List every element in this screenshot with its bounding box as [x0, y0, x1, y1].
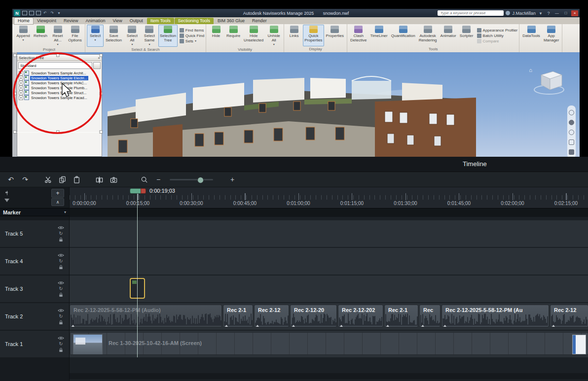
track-visibility-icon[interactable]	[58, 308, 64, 313]
ribbon-button-scripter[interactable]: Scripter	[458, 25, 475, 46]
ribbon-button-batch-utility[interactable]: Batch Utility	[477, 34, 518, 38]
zoom-tool-icon[interactable]	[139, 174, 149, 184]
ribbon-button-hide-unselected[interactable]: Hide Unselected	[242, 25, 265, 47]
marker-row[interactable]: Marker ▾	[0, 208, 69, 216]
open-icon[interactable]	[22, 10, 27, 16]
time-ruler[interactable]: 0:00:00;000:00:15;000:00:30;000:00:45;00…	[70, 187, 588, 216]
track-lane-track-2[interactable]: Rec 2-12-2025-5-58-12-PM (Audio)Rec 2-1R…	[70, 303, 588, 330]
ribbon-button-unhide-all[interactable]: Unhide All▾	[265, 25, 282, 47]
ribbon-button-animator[interactable]: Animator	[439, 25, 458, 46]
split-button[interactable]	[94, 174, 104, 184]
close-button[interactable]: ×	[571, 10, 578, 16]
ribbon-tab-item-tools[interactable]: Item Tools	[147, 18, 174, 24]
track-lock-icon[interactable]	[58, 237, 64, 242]
minimize-button[interactable]: —	[553, 10, 560, 16]
zoom-slider-thumb[interactable]	[197, 177, 204, 183]
zoom-icon[interactable]	[569, 130, 574, 135]
ribbon-button-compare[interactable]: Compare	[477, 39, 518, 43]
ribbon-button-refresh[interactable]: Refresh	[32, 25, 49, 47]
expand-icon[interactable]	[19, 76, 23, 80]
ribbon-tab-home[interactable]: Home	[14, 18, 33, 24]
maximize-button[interactable]: □	[562, 10, 569, 16]
ribbon-button-select-same[interactable]: Select Same▾	[141, 25, 158, 47]
snap-icon[interactable]	[4, 199, 9, 205]
track-visibility-icon[interactable]	[58, 253, 64, 258]
track-visibility-icon[interactable]	[58, 336, 64, 341]
playhead-handle[interactable]	[130, 188, 146, 194]
ribbon-button-clash-detective[interactable]: Clash Detective	[349, 25, 368, 46]
look-around-icon[interactable]	[569, 149, 574, 155]
undo-button[interactable]: ↶	[6, 174, 16, 184]
track-loop-icon[interactable]: ↻	[58, 231, 64, 236]
track-lock-icon[interactable]	[58, 347, 64, 352]
playhead-in-handle[interactable]	[130, 188, 141, 194]
track-lane-track-1[interactable]: Rec 1-30-2025-10-42-16-AM (Screen)	[70, 331, 588, 357]
add-track-button[interactable]: +	[51, 189, 64, 198]
ribbon-tab-review[interactable]: Review	[60, 18, 82, 24]
expand-icon[interactable]	[19, 91, 23, 95]
orbit-icon[interactable]	[569, 139, 574, 145]
screen-clip[interactable]: Rec 1-30-2025-10-42-16-AM (Screen)	[70, 332, 588, 355]
redo-button[interactable]: ↷	[20, 174, 30, 184]
ribbon-tab-sectioning-tools[interactable]: Sectioning Tools	[175, 18, 214, 24]
audio-clip[interactable]: Rec	[419, 305, 441, 327]
audio-clip[interactable]: Rec 2-12-2025-5-58-12-PM (Audio)	[70, 305, 222, 327]
collapse-tracks-button[interactable]: ∧	[51, 198, 64, 206]
track-loop-icon[interactable]: ↻	[58, 342, 64, 346]
audio-clip[interactable]: Rec 2-12	[254, 305, 289, 327]
steering-wheel-icon[interactable]	[569, 110, 574, 115]
ribbon-button-sets[interactable]: Sets▾	[180, 39, 204, 43]
track-lane-track-3[interactable]	[70, 276, 588, 302]
ribbon-button-autodesk-rendering[interactable]: Autodesk Rendering	[417, 25, 439, 46]
marker-caret-icon[interactable]: ▾	[64, 210, 66, 214]
quick-access-caret-icon[interactable]: ▾	[56, 10, 62, 16]
ribbon-button-selection-tree[interactable]: Selection Tree	[158, 25, 178, 47]
ribbon-button-select-all[interactable]: Select All▾	[124, 25, 141, 47]
track-lock-icon[interactable]	[58, 320, 64, 325]
ribbon-button-find-items[interactable]: Find Items	[180, 28, 204, 33]
help-icon[interactable]: ?	[546, 11, 551, 16]
track-loop-icon[interactable]: ↻	[58, 314, 64, 319]
playhead-line[interactable]	[137, 194, 138, 357]
cut-button[interactable]	[43, 174, 53, 184]
tree-item[interactable]: Snowdon Towers Sample Archit...	[17, 70, 102, 75]
timeline-content[interactable]: 0:00:00;000:00:15;000:00:30;000:00:45;00…	[70, 187, 588, 381]
copy-button[interactable]	[57, 174, 67, 184]
ribbon-button-append[interactable]: Append▾	[15, 25, 32, 47]
ribbon-button-quick-properties[interactable]: Quick Properties	[303, 25, 324, 46]
ribbon-button-reset-all[interactable]: Reset All...▾	[49, 25, 66, 47]
paste-button[interactable]	[72, 174, 81, 184]
tree-item[interactable]: Snowdon Towers Sample Facad...	[17, 95, 102, 100]
ribbon-tab-render[interactable]: Render	[249, 18, 270, 24]
viewport-3d[interactable]: Selection Tree × Standard ▾ Snowdon Towe…	[12, 52, 580, 157]
tree-item[interactable]: Snowdon Towers Sample HVAC...	[17, 80, 102, 85]
save-icon[interactable]	[29, 10, 34, 16]
ribbon-tab-view[interactable]: View	[109, 18, 125, 24]
ribbon-button-timeliner[interactable]: TimeLiner	[368, 25, 389, 46]
ribbon-button-require[interactable]: Require	[225, 25, 242, 47]
ribbon-button-links[interactable]: Links	[286, 25, 302, 46]
audio-clip[interactable]: Rec 2-12	[550, 305, 588, 327]
track-loop-icon[interactable]: ↻	[58, 259, 64, 264]
tree-item[interactable]: Snowdon Towers Sample Plumb...	[17, 85, 102, 90]
track-options-icon[interactable]	[4, 190, 10, 196]
camera-button[interactable]	[109, 174, 118, 184]
expand-icon[interactable]	[19, 86, 23, 90]
track-lock-icon[interactable]	[58, 265, 64, 270]
tree-options-button[interactable]	[93, 62, 101, 69]
redo-icon[interactable]: ↷	[49, 10, 55, 16]
audio-clip[interactable]: Rec 2-12-20	[290, 305, 337, 327]
ribbon-tab-animation[interactable]: Animation	[82, 18, 109, 24]
expand-icon[interactable]	[19, 96, 23, 100]
track-visibility-icon[interactable]	[58, 280, 64, 285]
print-icon[interactable]	[36, 10, 41, 16]
ribbon-tab-bim-360-glue[interactable]: BIM 360 Glue	[214, 18, 248, 24]
ribbon-button-hide[interactable]: Hide	[208, 25, 224, 47]
application-menu-button[interactable]: N	[14, 10, 20, 16]
viewcube[interactable]	[532, 64, 569, 101]
ribbon-button-app-manager[interactable]: App Manager	[542, 25, 561, 51]
audio-clip[interactable]: Rec 2-12-202	[338, 305, 383, 327]
audio-clip[interactable]: Rec 2-1	[384, 305, 418, 327]
zoom-in-button[interactable]: +	[227, 174, 237, 184]
ribbon-button-select[interactable]: Select▾	[87, 25, 104, 47]
